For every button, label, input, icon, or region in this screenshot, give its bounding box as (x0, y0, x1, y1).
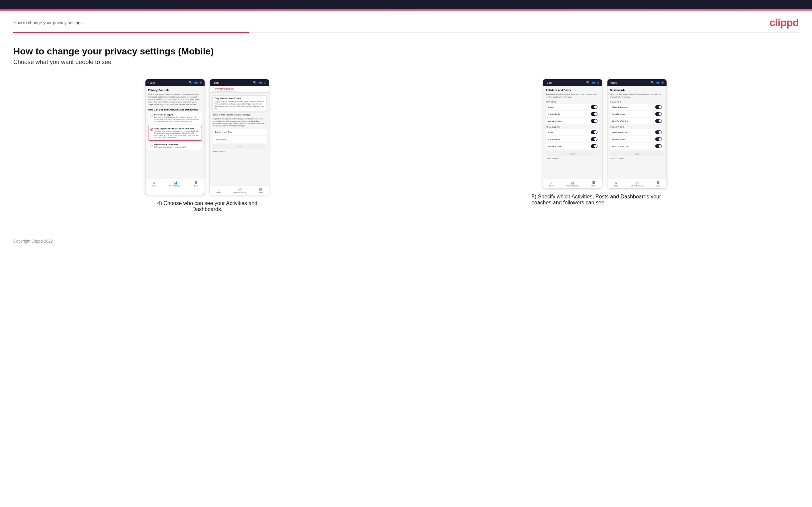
screen1-content: Privacy Controls Control how you and you… (146, 86, 205, 179)
home-icon: ⌂ (551, 181, 553, 184)
screen1-radio-everyone[interactable] (150, 114, 153, 117)
screen2-popup-title: Only You and Your Coach (214, 97, 264, 100)
people-icon[interactable]: 👥 (592, 81, 595, 84)
screen2-tab-bar: Privacy Controls (210, 86, 269, 93)
screen1-back-button[interactable]: ‹ Back (148, 81, 155, 84)
screen4-followers-what-to-work-toggle[interactable] (655, 144, 662, 148)
chart-icon: 📊 (173, 181, 177, 184)
mobile-screen-4: ‹ Back 🔍 👥 ⚙ Dashboards Select the dashb… (607, 79, 667, 188)
caption-right: 5) Specify which Activities, Posts and D… (532, 194, 678, 206)
screen3-coaches-drills-toggle[interactable] (591, 112, 598, 116)
screen4-nav-menu[interactable]: ☰ Menu (656, 181, 660, 187)
screen2-link-activities[interactable]: Activities and Posts › (212, 129, 266, 135)
screen1-radio-coach[interactable] (150, 144, 153, 147)
settings-icon[interactable]: ⚙ (597, 81, 600, 84)
screen1-text-block: Control how you and your data appears to… (148, 93, 202, 106)
screen4-coaches-player-dash: Player Dashboard (610, 104, 664, 110)
settings-icon[interactable]: ⚙ (661, 81, 664, 84)
screen1-option-approved[interactable]: Only Approved Followers and Your Coach O… (148, 126, 202, 141)
screen4-help: Help & Support (610, 158, 664, 160)
screen1-topbar: ‹ Back 🔍 👥 ⚙ (146, 79, 205, 86)
screen2-nav-menu[interactable]: ☰ Menu (258, 187, 263, 193)
search-icon[interactable]: 🔍 (651, 81, 654, 84)
search-icon[interactable]: 🔍 (189, 81, 192, 84)
screen2-nav-home[interactable]: ⌂ Home (216, 187, 220, 193)
menu-icon: ☰ (195, 181, 198, 184)
search-icon[interactable]: 🔍 (253, 81, 257, 84)
screen2-link-dashboards[interactable]: Dashboards › (212, 136, 266, 143)
screen3-coaches-section: COACHES Rounds Practice Drills Manual Ac… (546, 101, 600, 124)
screen1-option-everyone[interactable]: Everyone on Clippd Everyone on Clippd ca… (148, 112, 202, 124)
screen4-followers-header: FOLLOWERS (610, 126, 664, 128)
screen3-coaches-rounds-toggle[interactable] (591, 105, 598, 109)
screen4-coaches-player-dash-toggle[interactable] (655, 105, 662, 109)
settings-icon[interactable]: ⚙ (199, 81, 202, 84)
screen3-coaches-rounds: Rounds (546, 104, 600, 110)
screen4-back-button[interactable]: ‹ Back (610, 81, 617, 84)
screen2-content: Only You and Your Coach Only you and the… (210, 93, 269, 185)
screen3-coaches-manual-toggle[interactable] (591, 119, 598, 123)
breadcrumb: How to change your privacy settings (13, 20, 83, 25)
screen3-nav-menu[interactable]: ☰ Menu (592, 181, 596, 187)
screen3-save-button[interactable]: Save (546, 151, 600, 156)
screen1-nav-menu[interactable]: ☰ Menu (194, 181, 198, 187)
screen4-nav-performance[interactable]: 📊 My Performance (631, 181, 643, 187)
people-icon[interactable]: 👥 (656, 81, 660, 84)
screen2-section-desc: Regardless of the privacy controls that … (212, 118, 266, 127)
screen1-option-coach-only[interactable]: Only You and Your Coach Only you and the… (148, 142, 202, 150)
screen4-followers-player-dash-toggle[interactable] (655, 130, 662, 134)
screen-pair-right: ‹ Back 🔍 👥 ⚙ Activities and Posts Select… (543, 79, 667, 188)
chart-icon: 📊 (238, 187, 242, 191)
screen2-tab-privacy[interactable]: Privacy Controls (212, 86, 237, 92)
screen1-nav-performance[interactable]: 📊 My Performance (169, 181, 181, 187)
screen3-followers-drills: Practice Drills (546, 136, 600, 143)
screen2-popup-text: Only you and the coaches you connect wit… (214, 101, 264, 110)
screen3-followers-manual: Manual Activities (546, 143, 600, 149)
screen4-coaches-round-insights-toggle[interactable] (655, 112, 662, 116)
screen4-followers-round-insights-toggle[interactable] (655, 137, 662, 141)
caption-left: 4) Choose who can see your Activities an… (144, 201, 270, 212)
chart-icon: 📊 (635, 181, 639, 184)
right-group: ‹ Back 🔍 👥 ⚙ Activities and Posts Select… (411, 79, 799, 206)
screen4-nav-home[interactable]: ⌂ Home (614, 181, 618, 187)
screen1-who-heading: Who Can See Your Activities and Dashboar… (148, 109, 202, 111)
screen3-back-button[interactable]: ‹ Back (546, 81, 552, 84)
menu-icon: ☰ (657, 181, 660, 184)
screen4-topbar-icons: 🔍 👥 ⚙ (651, 81, 664, 84)
screen3-content: Activities and Posts Select the types of… (543, 86, 602, 179)
screen3-followers-drills-toggle[interactable] (591, 137, 598, 141)
screen3-followers-rounds: Rounds (546, 129, 600, 135)
screen4-coaches-what-to-work-toggle[interactable] (655, 119, 662, 123)
screen3-nav-performance[interactable]: 📊 My Performance (567, 181, 579, 187)
screen4-coaches-round-insights: Round Insights (610, 111, 664, 117)
footer: Copyright Clippd 2022 (0, 232, 812, 250)
screen1-nav-home[interactable]: ⌂ Home (152, 181, 156, 187)
people-icon[interactable]: 👥 (194, 81, 198, 84)
home-icon: ⌂ (217, 187, 219, 191)
header: How to change your privacy settings clip… (0, 11, 812, 32)
screen3-followers-rounds-toggle[interactable] (591, 130, 598, 134)
screen3-topbar-icons: 🔍 👥 ⚙ (586, 81, 600, 84)
screen2-bottom-nav: ⌂ Home 📊 My Performance ☰ Menu (210, 185, 269, 195)
screen2-save-button[interactable]: Save (212, 144, 266, 149)
screen3-topbar: ‹ Back 🔍 👥 ⚙ (543, 79, 602, 86)
main-content: How to change your privacy settings (Mob… (0, 33, 812, 232)
people-icon[interactable]: 👥 (258, 81, 262, 84)
settings-icon[interactable]: ⚙ (264, 81, 266, 84)
mobile-screen-2: ‹ Back 🔍 👥 ⚙ Privacy Controls (210, 79, 269, 195)
search-icon[interactable]: 🔍 (586, 81, 590, 84)
screen2-nav-performance[interactable]: 📊 My Performance (234, 187, 246, 193)
screen4-coaches-header: COACHES (610, 101, 664, 103)
screen2-popup: Only You and Your Coach Only you and the… (212, 95, 266, 112)
screen3-followers-manual-toggle[interactable] (591, 144, 598, 148)
screen1-radio-approved[interactable] (150, 128, 153, 131)
screen4-followers-round-insights: Round Insights (610, 136, 664, 143)
screen3-section-desc: Select the types of activity that you'd … (546, 93, 600, 98)
screen2-back-button[interactable]: ‹ Back (212, 81, 219, 84)
home-icon: ⌂ (153, 181, 155, 184)
logo: clippd (769, 16, 799, 29)
screen4-save-button[interactable]: Save (610, 151, 664, 156)
screen3-coaches-drills: Practice Drills (546, 111, 600, 117)
screen4-followers-player-dash: Player Dashboard (610, 129, 664, 135)
screen3-nav-home[interactable]: ⌂ Home (549, 181, 554, 187)
